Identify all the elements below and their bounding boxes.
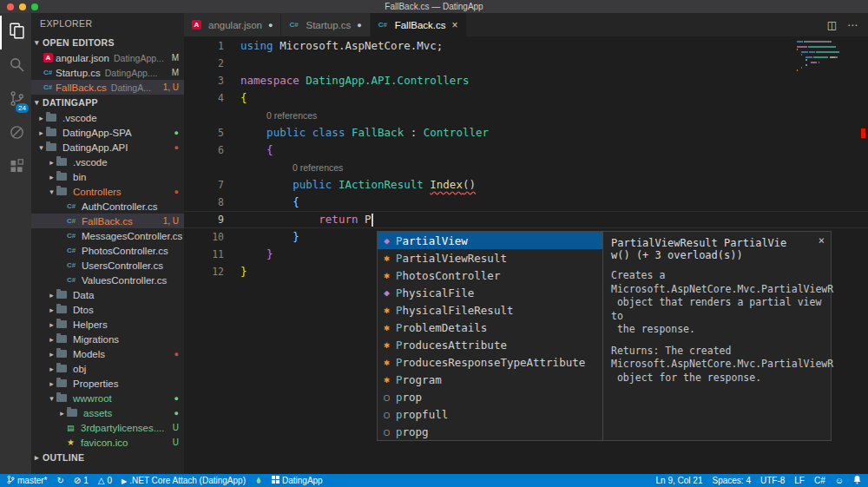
line-number[interactable]: 4 bbox=[184, 89, 234, 107]
tree-item[interactable]: ▾DatingApp.API● bbox=[31, 140, 184, 155]
line-number[interactable] bbox=[184, 107, 234, 124]
suggestion-item[interactable]: ✱ProblemDetails bbox=[378, 319, 602, 336]
tree-item[interactable]: ▸DatingApp-SPA● bbox=[31, 125, 184, 140]
activity-explorer-button[interactable] bbox=[0, 16, 31, 49]
tree-item[interactable]: ▸assets● bbox=[31, 405, 184, 420]
status-item[interactable]: Spaces: 4 bbox=[712, 476, 750, 485]
tree-item[interactable]: ▾wwwroot● bbox=[31, 391, 184, 405]
line-number[interactable]: 10 bbox=[184, 228, 234, 246]
activity-search-button[interactable] bbox=[0, 49, 31, 83]
status-item-play[interactable]: ▶.NET Core Attach (DatingApp) bbox=[122, 476, 246, 485]
more-actions-icon[interactable]: ⋯ bbox=[847, 19, 858, 31]
line-number[interactable]: 2 bbox=[184, 55, 234, 72]
line-text: namespace DatingApp.API.Controllers bbox=[234, 72, 868, 89]
editor-tab[interactable]: C#FallBack.cs× bbox=[371, 13, 467, 36]
line-number[interactable]: 8 bbox=[184, 194, 234, 211]
file-name: Properties bbox=[73, 378, 118, 389]
suggestion-item[interactable]: ✱PhysicalFileResult bbox=[378, 301, 602, 319]
tree-item[interactable]: ▸Dtos bbox=[31, 302, 184, 317]
status-item[interactable]: Ln 9, Col 21 bbox=[656, 476, 703, 485]
open-editor-item[interactable]: Aangular.jsonDatingApp...M bbox=[31, 50, 184, 65]
tree-item[interactable]: ▤3rdpartylicenses....U bbox=[31, 420, 184, 435]
codelens-references[interactable]: 0 references bbox=[266, 110, 317, 121]
status-item-smiley[interactable]: ☺ bbox=[835, 476, 844, 485]
code-line[interactable]: 5 public class FallBack : Controller bbox=[184, 124, 868, 141]
tree-item[interactable]: C#MessagesController.cs bbox=[31, 228, 184, 243]
status-item-warning[interactable]: △0 bbox=[98, 476, 112, 485]
code-editor[interactable]: 1using Microsoft.AspNetCore.Mvc;23namesp… bbox=[184, 36, 868, 474]
suggestion-item[interactable]: ✱PhotosController bbox=[378, 267, 602, 284]
line-number[interactable]: 9 bbox=[184, 211, 234, 228]
split-editor-icon[interactable]: ◫ bbox=[827, 19, 837, 31]
code-line[interactable]: 3namespace DatingApp.API.Controllers bbox=[184, 72, 868, 89]
outline-section-header[interactable]: ▸ OUTLINE bbox=[31, 450, 184, 465]
code-line[interactable]: 8 { bbox=[184, 194, 868, 211]
tree-item[interactable]: ▸Models● bbox=[31, 346, 184, 361]
tree-item[interactable]: ▸Helpers bbox=[31, 317, 184, 332]
activity-source-control-button[interactable]: 24 bbox=[0, 83, 31, 117]
tree-item[interactable]: ▸Migrations bbox=[31, 332, 184, 346]
status-item[interactable]: C# bbox=[814, 476, 825, 485]
tree-item[interactable]: ▸.vscode bbox=[31, 155, 184, 169]
line-number[interactable] bbox=[184, 159, 234, 176]
line-number[interactable]: 12 bbox=[184, 263, 234, 280]
tree-item[interactable]: ▸obj bbox=[31, 361, 184, 376]
editor-tab[interactable]: C#Startup.cs● bbox=[281, 13, 370, 36]
status-item-flame[interactable] bbox=[255, 476, 262, 486]
explorer-sidebar: EXPLORER ▾ OPEN EDITORS Aangular.jsonDat… bbox=[31, 13, 184, 474]
code-line[interactable]: 1using Microsoft.AspNetCore.Mvc; bbox=[184, 37, 868, 55]
suggestion-item[interactable]: ✱ProducesResponseTypeAttribute bbox=[378, 353, 602, 371]
activity-debug-button[interactable] bbox=[0, 117, 31, 151]
tree-item[interactable]: ▸Properties bbox=[31, 376, 184, 391]
tree-item[interactable]: ★favicon.icoU bbox=[31, 435, 184, 450]
project-section-header[interactable]: ▾ DATINGAPP bbox=[31, 95, 184, 110]
tree-item[interactable]: C#ValuesController.cs bbox=[31, 273, 184, 287]
code-line[interactable]: 7 public IActionResult Index() bbox=[184, 176, 868, 194]
suggestion-item[interactable]: ✱PartialViewResult bbox=[378, 249, 602, 267]
tree-item[interactable]: ▸bin bbox=[31, 169, 184, 184]
tree-item[interactable]: ▸Data bbox=[31, 287, 184, 302]
status-item[interactable]: UTF-8 bbox=[760, 476, 785, 485]
codelens-references[interactable]: 0 references bbox=[293, 162, 343, 173]
suggestion-item[interactable]: ✱Program bbox=[378, 371, 602, 388]
suggestion-item[interactable]: ▢prop bbox=[378, 388, 602, 405]
line-number[interactable]: 11 bbox=[184, 246, 234, 263]
zoom-window-button[interactable] bbox=[31, 3, 38, 10]
status-item-bell[interactable] bbox=[853, 476, 861, 486]
editor-tab[interactable]: Aangular.json● bbox=[184, 13, 281, 36]
line-number[interactable]: 3 bbox=[184, 72, 234, 89]
tree-item[interactable]: ▾Controllers● bbox=[31, 184, 184, 199]
code-line[interactable]: 2 bbox=[184, 55, 868, 72]
status-item-sync[interactable]: ↻ bbox=[56, 476, 63, 485]
open-editor-item[interactable]: C#Startup.csDatingApp....M bbox=[31, 65, 184, 80]
suggestion-item[interactable]: ▢propg bbox=[378, 423, 602, 440]
line-number[interactable]: 7 bbox=[184, 176, 234, 194]
open-editor-item[interactable]: C#FallBack.csDatingA...1, U bbox=[31, 80, 184, 95]
tree-item[interactable]: C#FallBack.cs1, U bbox=[31, 214, 184, 228]
tree-item[interactable]: C#UsersController.cs bbox=[31, 258, 184, 273]
suggestion-item[interactable]: ✱ProducesAttribute bbox=[378, 336, 602, 353]
tree-item[interactable]: C#PhotosController.cs bbox=[31, 243, 184, 258]
suggestion-item[interactable]: ◆PhysicalFile bbox=[378, 284, 602, 301]
open-editors-header[interactable]: ▾ OPEN EDITORS bbox=[31, 35, 184, 50]
minimap[interactable] bbox=[797, 41, 852, 72]
line-number[interactable]: 5 bbox=[184, 124, 234, 141]
code-line[interactable]: 6 { bbox=[184, 141, 868, 159]
status-item-error[interactable]: ⊘1 bbox=[74, 476, 89, 485]
status-item-branch[interactable]: master* bbox=[7, 475, 47, 486]
code-line[interactable]: 4{ bbox=[184, 89, 868, 107]
tree-item[interactable]: ▸.vscode bbox=[31, 110, 184, 125]
suggestion-item[interactable]: ▢propfull bbox=[378, 405, 602, 423]
activity-extensions-button[interactable] bbox=[0, 151, 31, 185]
code-line[interactable]: 9 return P bbox=[184, 211, 868, 228]
minimize-window-button[interactable] bbox=[19, 3, 26, 10]
close-icon[interactable]: × bbox=[819, 234, 825, 247]
status-item-project[interactable]: DatingApp bbox=[272, 476, 323, 485]
line-number[interactable]: 6 bbox=[184, 141, 234, 159]
suggestion-item[interactable]: ◆PartialView bbox=[378, 232, 602, 249]
line-number[interactable]: 1 bbox=[184, 37, 234, 55]
close-tab-icon[interactable]: × bbox=[451, 19, 457, 31]
status-item[interactable]: LF bbox=[794, 476, 805, 485]
close-window-button[interactable] bbox=[7, 3, 14, 10]
tree-item[interactable]: C#AuthController.cs bbox=[31, 199, 184, 214]
